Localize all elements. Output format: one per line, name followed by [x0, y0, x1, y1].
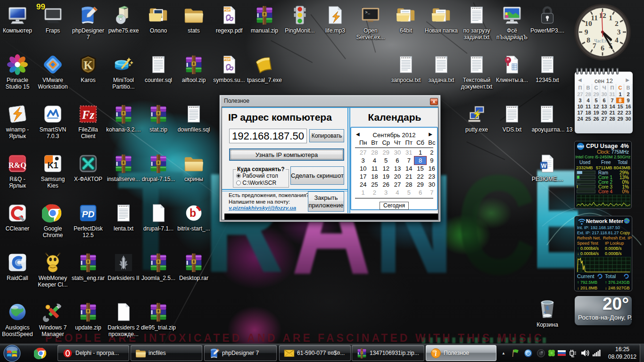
svg-text:3: 3: [617, 28, 621, 36]
svg-text:11: 11: [591, 14, 598, 22]
svg-text:12: 12: [599, 11, 606, 19]
svg-text:9: 9: [585, 28, 588, 36]
svg-text:2: 2: [615, 19, 619, 27]
svg-text:8: 8: [586, 36, 590, 44]
svg-text:1: 1: [609, 14, 612, 22]
svg-text:6: 6: [601, 44, 604, 52]
svg-text:4: 4: [615, 36, 619, 44]
